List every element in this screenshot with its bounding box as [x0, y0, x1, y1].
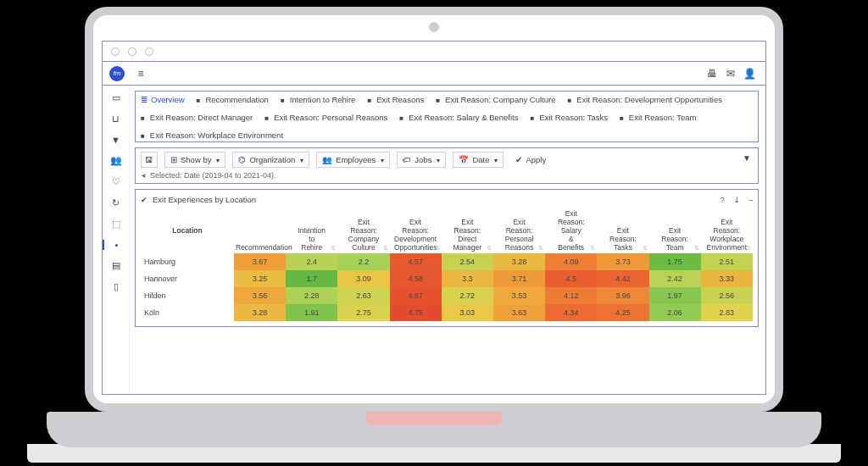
window-close-dot[interactable]: [111, 47, 120, 56]
show-by-dropdown[interactable]: ⊞Show by: [164, 152, 225, 168]
column-header[interactable]: ExitReason:Tasks: [597, 208, 648, 253]
sidebar-item-9[interactable]: ▯: [114, 281, 119, 292]
tab-exit-reason-workplace-environment[interactable]: Exit Reason: Workplace Environment: [141, 130, 283, 140]
heat-cell: 4.25: [597, 304, 648, 321]
heat-cell: 1.7: [286, 270, 337, 287]
folder-icon: [436, 95, 442, 104]
tab-exit-reason-team[interactable]: Exit Reason: Team: [620, 113, 696, 122]
jobs-dropdown[interactable]: 🏷Jobs: [397, 152, 446, 168]
folder-icon: [141, 113, 147, 122]
sidebar-item-8[interactable]: ▤: [112, 260, 120, 271]
column-header[interactable]: ExitReason:PersonalReasons: [493, 208, 545, 253]
laptop-base: [47, 412, 821, 447]
window-max-dot[interactable]: [145, 47, 153, 56]
column-header[interactable]: ExitReason:Team: [649, 208, 701, 253]
tab-recommendation[interactable]: Recommendation: [197, 95, 269, 104]
tab-label: Exit Reason: Tasks: [539, 113, 608, 122]
heat-cell: 2.06: [649, 304, 701, 321]
heat-cell: 4.42: [597, 270, 648, 287]
report-tabs: OverviewRecommendationIntention to Rehir…: [135, 91, 759, 142]
tab-label: Overview: [151, 95, 185, 104]
sidebar-item-3[interactable]: 👥: [110, 155, 122, 166]
heat-cell: 4.67: [390, 287, 442, 304]
tab-exit-reason-salary-benefits[interactable]: Exit Reason: Salary & Benefits: [399, 113, 518, 122]
panel-title: Exit Experiences by Location: [153, 195, 256, 204]
user-icon[interactable]: 👤: [740, 68, 759, 80]
column-header[interactable]: Recommendation: [234, 208, 286, 253]
heat-cell: 2.51: [701, 253, 753, 270]
webcam-icon: [429, 22, 439, 32]
sidebar-item-2[interactable]: ▼: [111, 135, 120, 145]
tab-exit-reason-company-culture[interactable]: Exit Reason: Company Culture: [436, 95, 555, 104]
folder-icon: [141, 130, 147, 140]
folder-icon: [620, 113, 626, 122]
heat-cell: 3.63: [493, 304, 545, 321]
sidebar-item-4[interactable]: ♡: [112, 176, 120, 187]
column-header[interactable]: IntentiontoRehire: [286, 208, 337, 253]
column-header[interactable]: Location: [141, 208, 234, 253]
download-icon[interactable]: ⤓: [733, 195, 740, 204]
tab-exit-reasons[interactable]: Exit Reasons: [367, 95, 424, 104]
date-dropdown[interactable]: 📅Date: [453, 152, 504, 168]
tab-label: Exit Reason: Development Opportunities: [576, 95, 722, 104]
help-icon[interactable]: ?: [720, 195, 724, 204]
sidebar-item-7[interactable]: •: [103, 240, 129, 250]
heat-cell: 3.73: [597, 253, 648, 270]
tab-intention-to-rehire[interactable]: Intention to Rehire: [281, 95, 355, 104]
sidebar: ▭⊔▼👥♡↻⬚•▤▯: [103, 86, 130, 394]
collapse-icon[interactable]: –: [748, 195, 753, 204]
heat-cell: 2.54: [442, 253, 493, 270]
folder-icon: [567, 95, 573, 104]
column-header[interactable]: ExitReason:WorkplaceEnvironment: [701, 208, 753, 253]
save-filter-button[interactable]: 🖫: [141, 152, 158, 168]
heat-cell: 3.28: [493, 253, 545, 270]
heat-cell: 4.12: [545, 287, 597, 304]
sidebar-item-1[interactable]: ⊔: [112, 114, 120, 125]
tab-exit-reason-direct-manager[interactable]: Exit Reason: Direct Manager: [141, 113, 253, 122]
organization-dropdown[interactable]: ⌬Organization: [232, 152, 309, 168]
filter-bar: 🖫 ⊞Show by ⌬Organization 👥Employees 🏷Job…: [135, 147, 759, 184]
heat-cell: 2.28: [286, 287, 337, 304]
folder-icon: [281, 95, 287, 104]
tab-exit-reason-tasks[interactable]: Exit Reason: Tasks: [531, 113, 608, 122]
sidebar-item-5[interactable]: ↻: [112, 197, 120, 208]
tab-overview[interactable]: Overview: [141, 95, 185, 104]
employees-dropdown[interactable]: 👥Employees: [316, 152, 390, 168]
sidebar-item-0[interactable]: ▭: [112, 92, 120, 103]
table-row: Hilden3.562.282.634.672.723.534.123.961.…: [141, 287, 753, 304]
column-header[interactable]: ExitReason:DirectManager: [442, 208, 493, 253]
window-controls: [103, 42, 765, 62]
folder-icon: [399, 113, 405, 122]
heat-cell: 3.56: [234, 287, 286, 304]
sidebar-item-6[interactable]: ⬚: [112, 219, 120, 230]
column-header[interactable]: ExitReason:DevelopmentOpportunities: [390, 208, 442, 253]
window-min-dot[interactable]: [128, 47, 136, 56]
heat-cell: 2.4: [286, 253, 337, 270]
heat-cell: 3.25: [234, 270, 286, 287]
brand-logo[interactable]: fm: [109, 66, 125, 81]
column-header[interactable]: ExitReason:CompanyCulture: [337, 208, 389, 253]
heat-cell: 3.71: [493, 270, 545, 287]
folder-icon: [264, 113, 270, 122]
funnel-icon[interactable]: ▼: [743, 153, 751, 163]
heat-cell: 3.03: [442, 304, 493, 321]
print-icon[interactable]: 🖶: [703, 68, 721, 80]
heatmap-panel: Exit Experiences by Location ? ⤓ – Locat…: [135, 189, 759, 327]
tab-label: Exit Reason: Team: [629, 113, 697, 122]
heat-cell: 4.34: [545, 304, 597, 321]
tab-exit-reason-development-opportunities[interactable]: Exit Reason: Development Opportunities: [567, 95, 721, 104]
table-row: Hannover3.251.73.094.583.33.714.54.422.4…: [141, 270, 753, 287]
folder-icon: [531, 113, 537, 122]
heat-cell: 3.53: [493, 287, 545, 304]
heat-cell: 2.56: [701, 287, 753, 304]
heat-cell: 4.75: [390, 304, 442, 321]
mail-icon[interactable]: ✉: [721, 68, 740, 80]
table-row: Hamburg3.672.42.24.572.543.284.093.731.7…: [141, 253, 753, 270]
column-header[interactable]: ExitReason:Salary&Benefits: [545, 208, 597, 253]
tab-label: Exit Reason: Salary & Benefits: [409, 113, 518, 122]
hamburger-icon[interactable]: ≡: [131, 68, 150, 80]
tab-exit-reason-personal-reasons[interactable]: Exit Reason: Personal Reasons: [264, 113, 387, 122]
panel-check-icon: [141, 195, 147, 204]
heat-cell: 1.75: [649, 253, 701, 270]
apply-button[interactable]: ✔Apply: [510, 153, 551, 167]
